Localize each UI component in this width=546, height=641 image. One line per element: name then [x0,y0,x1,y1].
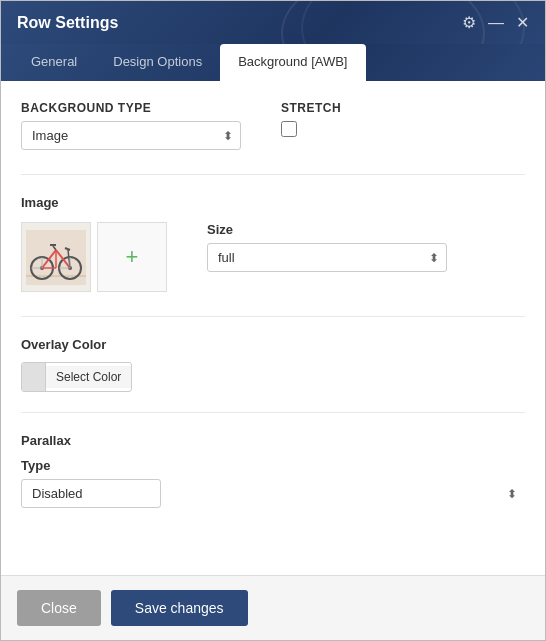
stretch-checkbox-wrapper [281,121,341,137]
window-title: Row Settings [17,14,118,32]
gear-icon[interactable]: ⚙ [462,13,476,32]
modal-footer: Close Save changes [1,575,545,640]
background-type-label: Background Type [21,101,241,115]
size-select[interactable]: full large medium thumbnail [207,243,447,272]
select-color-button[interactable]: Select Color [21,362,132,392]
tab-background-awb[interactable]: Background [AWB] [220,44,365,81]
parallax-type-select[interactable]: Disabled Scroll Fixed Mouse [21,479,161,508]
modal-window: Row Settings ⚙ — ✕ General Design Option… [0,0,546,641]
tab-general[interactable]: General [13,44,95,81]
add-image-button[interactable]: + [97,222,167,292]
plus-icon: + [126,244,139,270]
image-section: Image [21,195,525,292]
save-changes-button[interactable]: Save changes [111,590,248,626]
minimize-icon[interactable]: — [488,14,504,32]
size-group: Size full large medium thumbnail [207,222,447,272]
parallax-label: Parallax [21,433,525,448]
stretch-checkbox[interactable] [281,121,297,137]
size-select-wrapper: full large medium thumbnail [207,243,447,272]
image-thumbnail[interactable] [21,222,91,292]
parallax-type-label: Type [21,458,525,473]
stretch-label: Stretch [281,101,341,115]
close-icon[interactable]: ✕ [516,13,529,32]
image-area: + Size full large medium thumbnail [21,222,525,292]
title-bar-controls: ⚙ — ✕ [462,13,529,32]
tabs-bar: General Design Options Background [AWB] [1,44,545,81]
image-section-label: Image [21,195,525,210]
divider-1 [21,174,525,175]
parallax-section: Parallax Type Disabled Scroll Fixed Mous… [21,433,525,508]
overlay-color-label: Overlay Color [21,337,525,352]
background-type-group: Background Type Image Color Video Slides… [21,101,241,150]
select-color-text: Select Color [46,366,131,388]
parallax-type-select-wrapper: Disabled Scroll Fixed Mouse [21,479,525,508]
background-type-select[interactable]: Image Color Video Slideshow [21,121,241,150]
background-type-section: Background Type Image Color Video Slides… [21,101,525,150]
tab-design-options[interactable]: Design Options [95,44,220,81]
background-type-select-wrapper: Image Color Video Slideshow [21,121,241,150]
image-thumbnails: + [21,222,167,292]
close-button[interactable]: Close [17,590,101,626]
color-swatch [22,363,46,391]
overlay-color-section: Overlay Color Select Color [21,337,525,392]
divider-3 [21,412,525,413]
stretch-group: Stretch [281,101,341,137]
content-area: Background Type Image Color Video Slides… [1,81,545,575]
size-label: Size [207,222,447,237]
divider-2 [21,316,525,317]
bike-image [26,230,86,285]
title-bar: Row Settings ⚙ — ✕ [1,1,545,44]
parallax-type-group: Type Disabled Scroll Fixed Mouse [21,458,525,508]
